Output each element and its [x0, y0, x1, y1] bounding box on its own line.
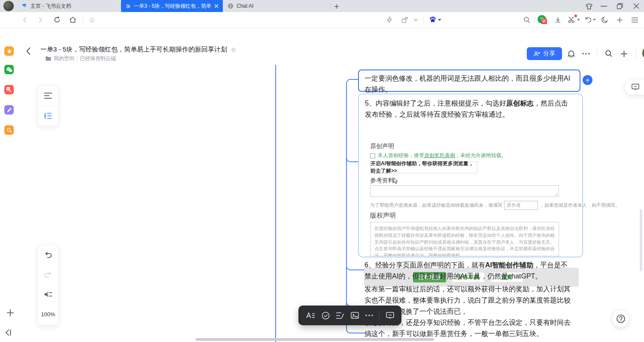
browser-toolbar: ☆ Y — [0, 12, 644, 28]
mouse-cursor — [393, 178, 398, 184]
undo-button[interactable] — [38, 245, 58, 265]
task-check-icon[interactable] — [322, 312, 330, 320]
bookmark-star-icon[interactable]: ☆ — [86, 14, 98, 26]
new-tab-button[interactable] — [332, 2, 341, 11]
doc-header: 一单3 - 5块，写经验领红包，简单易上手可长期操作的新回享计划 ☆ 我的空间 … — [19, 38, 644, 65]
reference-heading: 参考资料 — [370, 177, 394, 185]
tab-feishu-home[interactable]: 主页 - 飞书云文档 — [17, 0, 120, 12]
question-mark-icon — [616, 314, 626, 324]
horizontal-scrollbar[interactable] — [195, 338, 434, 341]
sidebar-search-extension[interactable] — [4, 125, 14, 135]
add-node-button[interactable]: + — [583, 75, 592, 85]
forward-button[interactable] — [34, 14, 46, 26]
mindmap-branch-line — [346, 84, 347, 329]
download-icon[interactable] — [552, 14, 564, 26]
collapse-sidebar-button[interactable] — [4, 328, 12, 337]
favorite-star-icon[interactable]: ☆ — [231, 46, 236, 54]
tab-title: 主页 - 飞书云文档 — [30, 3, 116, 10]
menu-hamburger-icon[interactable] — [629, 14, 641, 26]
copyright-heading: 版权声明 — [370, 212, 396, 220]
list-format-icon[interactable] — [336, 312, 344, 319]
maximize-button[interactable] — [617, 3, 623, 9]
extension-new-badge: 新 — [541, 18, 547, 24]
copyright-statement: 百度经验的用户不得侵犯包括他人的著作权在内的知识产权以及其他合法权利，请勿在未经… — [370, 222, 559, 256]
zoom-level-indicator[interactable]: 100% — [38, 304, 58, 324]
vertical-scrollbar[interactable] — [640, 209, 642, 271]
globe-favicon — [228, 3, 234, 9]
home-button[interactable] — [67, 14, 79, 26]
sidebar-wechat-extension[interactable] — [4, 65, 14, 74]
tab-close-icon[interactable] — [214, 4, 219, 8]
comment-icon[interactable] — [386, 312, 394, 319]
resize-handle[interactable] — [555, 193, 558, 196]
flash-speed-icon[interactable] — [383, 14, 395, 26]
close-window-button[interactable] — [633, 3, 639, 9]
doc-favicon — [125, 3, 131, 9]
sidebar-translate-extension[interactable]: 文 A — [4, 85, 14, 94]
tab-chat-ai[interactable]: Chat AI — [223, 0, 330, 12]
reference-textarea[interactable] — [370, 185, 559, 197]
canvas-controls-panel: 100% — [37, 245, 59, 325]
insert-image-icon[interactable] — [351, 312, 359, 319]
tab-bar: 主页 - 飞书云文档 一单3 - 5块，写经验领红包，简单易 Chat AI — [0, 0, 644, 12]
skin-theme-button[interactable] — [585, 3, 593, 10]
reload-button[interactable] — [51, 14, 63, 26]
tab-current-doc[interactable]: 一单3 - 5块，写经验领红包，简单易 — [121, 0, 223, 12]
node-polish-text[interactable]: 一定要润色修改，机器的用词是无法跟人相比的，而且很多少使用AI在操作。 — [358, 70, 580, 92]
folder-icon — [46, 56, 51, 61]
reward-rules-link[interactable]: 原创奖惩条例 — [424, 152, 455, 158]
sidebar-add-button[interactable] — [6, 309, 15, 317]
find-in-page-icon[interactable] — [521, 14, 533, 26]
more-format-icon[interactable] — [365, 315, 373, 316]
screenshot-scissors-icon[interactable] — [566, 14, 581, 26]
original-declaration-heading: 原创声明 — [370, 142, 394, 150]
doc-search-icon[interactable] — [603, 48, 614, 59]
toolbar-chevron-down-icon[interactable] — [411, 14, 420, 26]
ai-assist-banner[interactable]: 开启AI智能创作辅助，帮你获得更多浏览量，前去了解>> — [370, 161, 477, 173]
browser-window: 主页 - 飞书云文档 一单3 - 5块，写经验领红包，简单易 Chat AI — [0, 0, 644, 342]
browser-profile-avatar[interactable] — [3, 1, 14, 11]
outline-view-button[interactable] — [38, 85, 58, 106]
sidebar-favorites-extension[interactable] — [4, 46, 14, 56]
add-toolbar-icon[interactable] — [614, 14, 626, 26]
collapse-nodes-button[interactable] — [38, 284, 58, 304]
breadcrumb-space[interactable]: 我的空间 — [54, 55, 74, 62]
node-step5[interactable]: 5、内容编辑好了之后，注意根据提示，勾选好原创标志，然后点击发布经验，之后就等待… — [358, 94, 583, 257]
undo-history-icon[interactable] — [583, 14, 598, 26]
doc-title: 一单3 - 5块，写经验领红包，简单易上手可长期操作的新回享计划 — [40, 45, 227, 54]
notifications-bell-icon[interactable] — [565, 48, 577, 59]
svg-text:A: A — [9, 90, 12, 93]
green-extension-icon[interactable]: Y 新 — [536, 14, 548, 26]
embedded-baidu-screenshot: 原创声明 本人原创经验，接受原创奖惩条例，未经允许谢绝转载。 开启AI智能创作辅… — [364, 142, 578, 257]
tab-title: Chat AI — [237, 3, 325, 9]
share-page-icon[interactable] — [398, 14, 410, 26]
more-options-icon[interactable] — [580, 48, 592, 59]
text-style-icon[interactable] — [306, 312, 315, 319]
mindnote-canvas[interactable]: 一定要润色修改，机器的用词是无法跟人相比的，而且很多少使用AI在操作。 + 5、… — [19, 65, 644, 342]
back-button[interactable] — [19, 14, 31, 26]
night-mode-moon-icon[interactable] — [598, 14, 611, 26]
redo-button[interactable] — [38, 265, 58, 284]
comments-panel-button[interactable] — [624, 79, 644, 95]
user-avatar[interactable] — [642, 46, 644, 60]
doc-back-button[interactable] — [26, 45, 35, 57]
mindmap-view-button[interactable] — [38, 106, 58, 126]
comment-bubble-icon — [632, 84, 639, 91]
notification-dot — [574, 15, 577, 17]
minimize-button[interactable] — [601, 6, 607, 7]
mindmap-trunk-line — [275, 65, 276, 342]
format-toolbar — [298, 306, 401, 325]
baidu-paw-extension[interactable] — [427, 14, 443, 26]
node-step6[interactable]: 6、经验分享页面原创声明的下面，就有AI智能创作辅助，平台是不禁止使用AI的，但… — [365, 260, 573, 282]
help-button[interactable] — [612, 310, 629, 327]
doc-create-plus-icon[interactable] — [618, 48, 629, 59]
view-switch-panel — [38, 85, 58, 126]
sidebar-notes-extension[interactable] — [4, 105, 14, 115]
tab-title: 一单3 - 5块，写经验领红包，简单易 — [134, 3, 211, 10]
feishu-favicon — [21, 3, 27, 9]
save-status: 已经保存到云端 — [80, 55, 116, 62]
original-checkbox[interactable] — [370, 153, 375, 158]
original-author-input[interactable]: 原作者 — [504, 201, 538, 210]
share-people-icon — [534, 51, 541, 57]
share-button[interactable]: 分享 — [527, 47, 562, 60]
